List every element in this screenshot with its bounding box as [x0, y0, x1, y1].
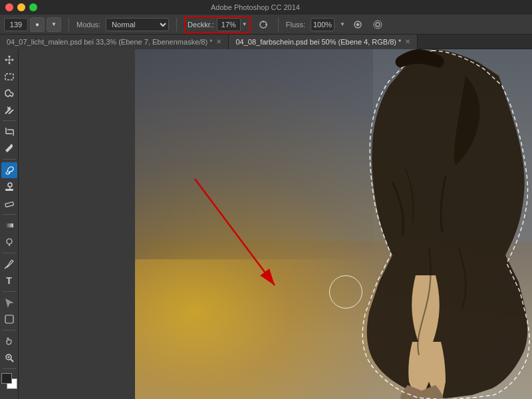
tab-close-2[interactable]: ✕: [405, 38, 410, 45]
left-dark-panel: [19, 49, 135, 399]
opacity-input[interactable]: [217, 18, 241, 31]
toolbar-separator-1: [3, 120, 16, 121]
toolbar-separator-6: [3, 330, 16, 331]
svg-point-17: [7, 239, 12, 244]
svg-rect-13: [5, 189, 13, 191]
opacity-dropdown-icon[interactable]: ▼: [242, 21, 247, 27]
photo-area: [135, 49, 532, 399]
tool-marquee[interactable]: [1, 68, 17, 84]
blend-mode-select[interactable]: Normal Multiplizieren Abwedeln: [106, 18, 169, 31]
tool-brush[interactable]: [1, 162, 17, 178]
toolbar-separator-7: [3, 368, 16, 369]
svg-rect-6: [5, 74, 13, 80]
tool-shape[interactable]: [1, 311, 17, 327]
foreground-color-swatch[interactable]: [1, 373, 12, 384]
tab-label-2: 04_08_farbschein.psd bei 50% (Ebene 4, R…: [235, 38, 401, 46]
brush-options-button[interactable]: ▼: [47, 17, 61, 32]
tool-magic-wand[interactable]: [1, 102, 17, 118]
close-button[interactable]: [5, 3, 13, 11]
brush-preset-button[interactable]: ●: [30, 17, 45, 32]
maximize-button[interactable]: [29, 3, 37, 11]
tool-path-selection[interactable]: [1, 295, 17, 311]
mode-label: Modus:: [76, 21, 100, 29]
tool-eyedropper[interactable]: [1, 140, 17, 156]
tab-farbschein[interactable]: 04_08_farbschein.psd bei 50% (Ebene 4, R…: [229, 35, 418, 49]
type-icon: T: [6, 275, 12, 286]
opacity-label: Deckkr.:: [188, 21, 214, 29]
stylus-icon: [352, 19, 363, 30]
toolbar: T: [0, 49, 19, 399]
settings-button[interactable]: [370, 17, 385, 32]
title-bar: Adobe Photoshop CC 2014: [0, 0, 532, 15]
brush-size-control: ● ▼: [4, 17, 61, 32]
flow-label: Fluss:: [286, 21, 305, 29]
tool-lasso[interactable]: [1, 85, 17, 101]
airbrush-toggle[interactable]: [256, 17, 271, 32]
svg-rect-15: [5, 202, 13, 207]
stylus-pressure-button[interactable]: [350, 17, 365, 32]
tool-pen[interactable]: [1, 256, 17, 272]
separator-3: [278, 18, 279, 31]
separator-1: [68, 18, 69, 31]
tab-licht-malen[interactable]: 04_07_licht_malen.psd bei 33,3% (Ebene 7…: [0, 35, 229, 49]
toolbar-separator-4: [3, 253, 16, 253]
tool-hand[interactable]: [1, 333, 17, 349]
flow-input[interactable]: [311, 18, 334, 31]
tool-gradient[interactable]: [1, 217, 17, 233]
tabs-bar: 04_07_licht_malen.psd bei 33,3% (Ebene 7…: [0, 35, 532, 49]
figure-svg: [313, 49, 532, 399]
svg-rect-20: [5, 315, 13, 323]
airbrush-icon: [258, 19, 269, 30]
tool-crop[interactable]: [1, 124, 17, 140]
options-bar: ● ▼ Modus: Normal Multiplizieren Abwedel…: [0, 15, 532, 35]
tool-move[interactable]: [1, 52, 17, 68]
canvas-area[interactable]: [19, 49, 532, 399]
svg-rect-16: [5, 223, 13, 227]
separator-2: [176, 18, 177, 31]
color-swatches[interactable]: [1, 373, 17, 389]
opacity-control-highlighted: Deckkr.: ▼: [184, 16, 251, 33]
tab-label-1: 04_07_licht_malen.psd bei 33,3% (Ebene 7…: [7, 38, 212, 46]
title-bar-controls: [5, 3, 37, 11]
svg-point-4: [376, 23, 380, 27]
toolbar-separator-5: [3, 291, 16, 292]
settings-icon: [372, 19, 383, 30]
tool-zoom[interactable]: [1, 350, 17, 366]
svg-line-22: [11, 359, 13, 362]
tool-type[interactable]: T: [1, 273, 17, 289]
svg-line-19: [5, 267, 6, 269]
app-title: Adobe Photoshop CC 2014: [211, 3, 300, 11]
brush-options-icon: ▼: [51, 21, 57, 27]
tool-dodge[interactable]: [1, 234, 17, 250]
brush-dot-icon: ●: [35, 21, 39, 28]
main-area: T: [0, 49, 532, 399]
svg-point-5: [374, 21, 382, 29]
toolbar-separator-3: [3, 214, 16, 215]
svg-point-12: [8, 183, 12, 187]
tab-close-1[interactable]: ✕: [216, 38, 221, 45]
toolbar-separator-2: [3, 159, 16, 160]
minimize-button[interactable]: [17, 3, 25, 11]
brush-size-input[interactable]: [4, 18, 28, 31]
tool-stamp[interactable]: [1, 179, 17, 195]
tool-eraser[interactable]: [1, 196, 17, 211]
flow-dropdown-icon[interactable]: ▼: [340, 21, 345, 27]
